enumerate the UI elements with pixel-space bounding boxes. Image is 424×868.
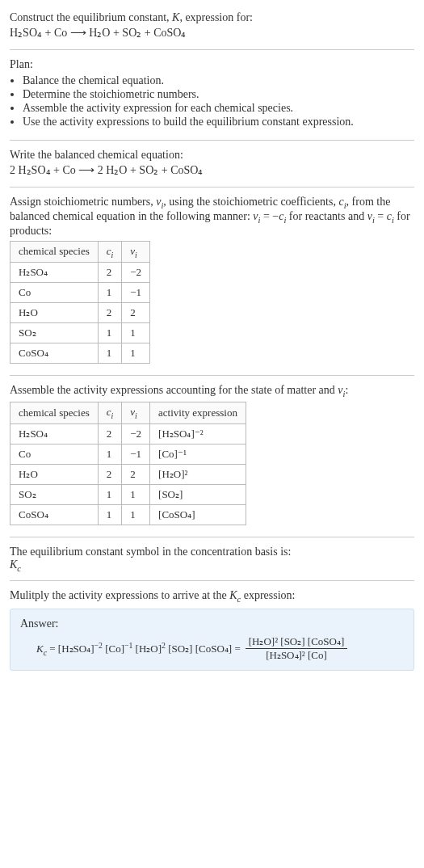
cell-nui: 1 (122, 484, 150, 504)
divider (10, 187, 414, 188)
answer-label: Answer: (20, 617, 404, 630)
divider (10, 580, 414, 581)
activity-table: chemical species ci νi activity expressi… (10, 402, 246, 525)
plan-section: Plan: Balance the chemical equation. Det… (10, 53, 414, 137)
assign-section: Assign stoichiometric numbers, νi, using… (10, 191, 414, 372)
table-header-row: chemical species ci νi (10, 241, 150, 263)
col-activity: activity expression (150, 402, 246, 423)
table-row: Co 1 −1 (10, 283, 150, 303)
cell-species: Co (10, 283, 99, 303)
prompt-section: Construct the equilibrium constant, K, e… (10, 6, 414, 46)
kc-denominator: [H₂SO₄]² [Co] (262, 649, 330, 662)
cell-nui: −1 (122, 283, 150, 303)
plan-item: Use the activity expressions to build th… (23, 116, 414, 129)
cell-nui: 1 (122, 504, 150, 525)
cell-nui: 1 (122, 343, 150, 364)
table-row: H₂O 2 2 [H₂O]² (10, 464, 246, 484)
cell-ci: 1 (98, 484, 122, 504)
cell-nui: 2 (122, 464, 150, 484)
table-header-row: chemical species ci νi activity expressi… (10, 402, 246, 423)
cell-ci: 1 (98, 343, 122, 364)
cell-ci: 2 (98, 423, 122, 444)
plan-item: Assemble the activity expression for eac… (23, 102, 414, 115)
col-nui: νi (122, 241, 150, 263)
table-row: H₂O 2 2 (10, 303, 150, 323)
kc-fraction: [H₂O]² [SO₂] [CoSO₄] [H₂SO₄]² [Co] (246, 635, 348, 662)
col-species: chemical species (10, 241, 99, 263)
kc-symbol-section: The equilibrium constant symbol in the c… (10, 541, 414, 578)
divider (10, 375, 414, 376)
cell-ci: 1 (98, 283, 122, 303)
multiply-text: Mulitply the activity expressions to arr… (10, 589, 414, 604)
col-species: chemical species (10, 402, 99, 423)
balanced-label: Write the balanced chemical equation: (10, 149, 414, 162)
table-row: SO₂ 1 1 (10, 323, 150, 343)
plan-item: Determine the stoichiometric numbers. (23, 88, 414, 101)
stoich-table: chemical species ci νi H₂SO₄ 2 −2 Co 1 −… (10, 241, 150, 364)
cell-nui: −2 (122, 423, 150, 444)
cell-ci: 1 (98, 504, 122, 525)
balanced-equation: 2 H₂SO₄ + Co ⟶ 2 H₂O + SO₂ + CoSO₄ (10, 163, 414, 177)
cell-ci: 2 (98, 263, 122, 283)
multiply-section: Mulitply the activity expressions to arr… (10, 584, 414, 676)
cell-ci: 2 (98, 464, 122, 484)
kc-symbol-text: The equilibrium constant symbol in the c… (10, 546, 414, 558)
col-nui: νi (122, 402, 150, 423)
cell-activity: [SO₂] (150, 484, 246, 504)
cell-species: Co (10, 444, 99, 464)
divider (10, 537, 414, 537)
kc-symbol: Kc (10, 558, 414, 573)
divider (10, 140, 414, 141)
plan-list: Balance the chemical equation. Determine… (10, 74, 414, 129)
assemble-text: Assemble the activity expressions accoun… (10, 384, 414, 398)
activity-section: Assemble the activity expressions accoun… (10, 379, 414, 533)
cell-species: CoSO₄ (10, 343, 99, 364)
cell-nui: 2 (122, 303, 150, 323)
kc-expression: Kc = [H₂SO₄]−2 [Co]−1 [H₂O]2 [SO₂] [CoSO… (20, 635, 404, 662)
table-row: SO₂ 1 1 [SO₂] (10, 484, 246, 504)
unbalanced-equation: H₂SO₄ + Co ⟶ H₂O + SO₂ + CoSO₄ (10, 26, 414, 40)
kc-numerator: [H₂O]² [SO₂] [CoSO₄] (246, 635, 348, 648)
cell-activity: [H₂O]² (150, 464, 246, 484)
table-row: H₂SO₄ 2 −2 (10, 263, 150, 283)
cell-species: H₂SO₄ (10, 423, 99, 444)
cell-activity: [Co]⁻¹ (150, 444, 246, 464)
table-row: Co 1 −1 [Co]⁻¹ (10, 444, 246, 464)
cell-ci: 2 (98, 303, 122, 323)
col-ci: ci (98, 241, 122, 263)
cell-species: SO₂ (10, 484, 99, 504)
cell-ci: 1 (98, 444, 122, 464)
plan-item: Balance the chemical equation. (23, 74, 414, 87)
balanced-section: Write the balanced chemical equation: 2 … (10, 144, 414, 183)
cell-nui: −2 (122, 263, 150, 283)
plan-label: Plan: (10, 58, 414, 71)
table-row: CoSO₄ 1 1 (10, 343, 150, 364)
cell-activity: [H₂SO₄]⁻² (150, 423, 246, 444)
cell-species: H₂O (10, 303, 99, 323)
cell-nui: −1 (122, 444, 150, 464)
title-line: Construct the equilibrium constant, K, e… (10, 11, 414, 24)
cell-species: H₂O (10, 464, 99, 484)
table-row: H₂SO₄ 2 −2 [H₂SO₄]⁻² (10, 423, 246, 444)
answer-box: Answer: Kc = [H₂SO₄]−2 [Co]−1 [H₂O]2 [SO… (10, 609, 414, 671)
kc-lhs: Kc = [H₂SO₄]−2 [Co]−1 [H₂O]2 [SO₂] [CoSO… (36, 641, 241, 657)
cell-activity: [CoSO₄] (150, 504, 246, 525)
cell-species: CoSO₄ (10, 504, 99, 525)
table-row: CoSO₄ 1 1 [CoSO₄] (10, 504, 246, 525)
assign-text: Assign stoichiometric numbers, νi, using… (10, 196, 414, 238)
cell-species: H₂SO₄ (10, 263, 99, 283)
divider (10, 49, 414, 50)
cell-nui: 1 (122, 323, 150, 343)
cell-species: SO₂ (10, 323, 99, 343)
cell-ci: 1 (98, 323, 122, 343)
col-ci: ci (98, 402, 122, 423)
